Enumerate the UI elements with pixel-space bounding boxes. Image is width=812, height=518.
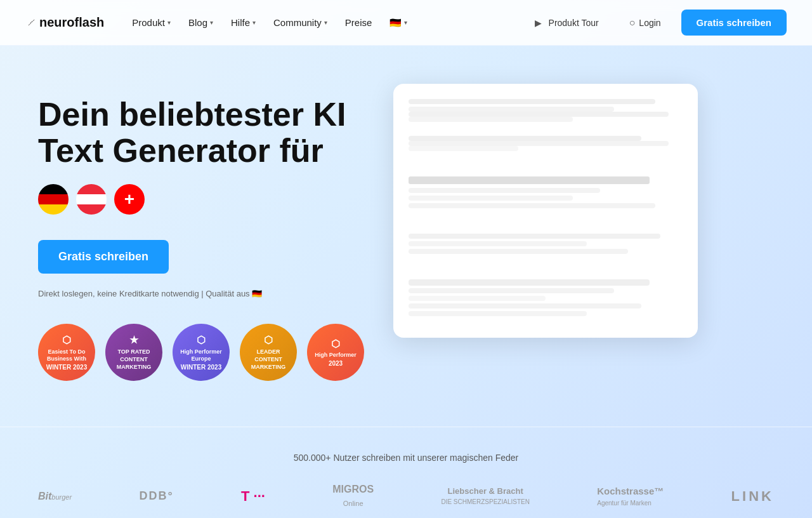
- nav-links: Produkt ▾ Blog ▾ Hilfe ▾ Community ▾ Pre…: [124, 12, 502, 34]
- badge-leader: ⬡ LEADER CONTENT MARKETING: [240, 324, 297, 381]
- hero-left: Dein beliebtester KI Text Generator für …: [38, 84, 368, 381]
- social-proof-section: 500.000+ Nutzer schreiben mit unserer ma…: [0, 427, 812, 518]
- nav-label-community: Community: [273, 17, 322, 28]
- brand-logos-row: Bitburger DDB° T ··· MIGROSOnline Liebsc…: [38, 483, 774, 510]
- brand-bitburger: Bitburger: [38, 491, 72, 502]
- hero-cta-button[interactable]: Gratis schreiben: [38, 240, 169, 274]
- badge-line2: CONTENT MARKETING: [245, 356, 292, 371]
- nav-label-preise: Preise: [345, 17, 372, 28]
- preview-lines: [409, 99, 683, 338]
- brand-migros: MIGROSOnline: [332, 483, 374, 510]
- chevron-down-icon: ▾: [252, 19, 256, 26]
- brand-kochstrasse: Kochstrasse™Agentur für Marken: [597, 486, 664, 507]
- login-button[interactable]: Login: [619, 12, 671, 34]
- hero-title-line2: Text Generator für: [38, 132, 324, 169]
- chevron-down-icon: ▾: [324, 19, 327, 26]
- hero-flags: [38, 184, 368, 215]
- badges-row: ⬡ Easiest To Do Business With WINTER 202…: [38, 324, 368, 381]
- hero-cta-label: Gratis schreiben: [58, 250, 148, 263]
- badge-year: WINTER 2023: [181, 363, 221, 371]
- badge-line1: TOP RATED: [117, 349, 150, 356]
- badge-line1: High Performer: [315, 352, 357, 359]
- play-icon: [534, 18, 544, 28]
- badge-icon: ⬡: [197, 334, 206, 347]
- badge-line2: Europe: [191, 355, 211, 363]
- hero-right: [393, 84, 698, 338]
- social-proof-text: 500.000+ Nutzer schreiben mit unserer ma…: [38, 453, 774, 463]
- nav-label-produkt: Produkt: [132, 17, 165, 28]
- navbar: ⟋ neuroflash Produkt ▾ Blog ▾ Hilfe ▾ Co…: [0, 0, 812, 46]
- badge-top-rated: ★ TOP RATED CONTENT MARKETING: [105, 324, 162, 381]
- hero-section: Dein beliebtester KI Text Generator für …: [0, 46, 812, 427]
- login-label: Login: [639, 18, 660, 28]
- hero-title-line1: Dein beliebtester KI: [38, 96, 346, 133]
- nav-item-hilfe[interactable]: Hilfe ▾: [223, 12, 263, 33]
- badge-high-performer: ⬡ High Performer 2023: [307, 324, 364, 381]
- badge-icon: ⬡: [264, 334, 273, 347]
- nav-item-blog[interactable]: Blog ▾: [181, 12, 221, 33]
- chevron-down-icon: ▾: [404, 19, 407, 26]
- badge-year: 2023: [329, 359, 343, 368]
- nav-cta-button[interactable]: Gratis schreiben: [681, 10, 787, 36]
- logo-slash: ⟋: [25, 16, 37, 29]
- badge-easiest: ⬡ Easiest To Do Business With WINTER 202…: [38, 324, 95, 381]
- badge-year: WINTER 2023: [46, 363, 87, 371]
- badge-line1: LEADER: [256, 349, 280, 356]
- tour-button[interactable]: Produkt Tour: [523, 13, 609, 33]
- logo-text: neuroflash: [39, 15, 104, 30]
- brand-telekom: T ···: [241, 488, 265, 505]
- nav-item-preise[interactable]: Preise: [337, 12, 380, 33]
- badge-line1: High Performer: [180, 349, 222, 356]
- chevron-down-icon: ▾: [167, 19, 171, 26]
- preview-card: [393, 84, 698, 338]
- badge-high-performer-eu: ⬡ High Performer Europe WINTER 2023: [173, 324, 230, 381]
- badge-line2: Business With: [47, 355, 86, 363]
- logo[interactable]: ⟋ neuroflash: [25, 15, 104, 30]
- badge-icon: ★: [129, 334, 138, 347]
- nav-item-produkt[interactable]: Produkt ▾: [124, 12, 178, 33]
- nav-label-blog: Blog: [188, 17, 207, 28]
- flag-icon: 🇩🇪: [390, 17, 402, 29]
- brand-link: LINK: [731, 488, 774, 505]
- user-icon: [629, 17, 636, 29]
- chevron-down-icon: ▾: [210, 19, 213, 26]
- flag-switzerland: [114, 184, 145, 215]
- hero-subtext: Direkt loslegen, keine Kreditkarte notwe…: [38, 289, 368, 298]
- flag-austria: [76, 184, 107, 215]
- badge-line2: CONTENT MARKETING: [110, 356, 157, 371]
- nav-item-lang[interactable]: 🇩🇪 ▾: [382, 12, 415, 34]
- badge-icon: ⬡: [331, 338, 340, 351]
- nav-cta-label: Gratis schreiben: [697, 17, 771, 28]
- nav-label-hilfe: Hilfe: [231, 17, 250, 28]
- badge-icon: ⬡: [62, 334, 71, 347]
- nav-actions: Produkt Tour Login Gratis schreiben: [523, 10, 787, 36]
- brand-liebscher: Liebscher & BrachtDIE SCHMERZSPEZIALISTE…: [441, 486, 529, 506]
- badge-line1: Easiest To Do: [48, 349, 86, 356]
- hero-title: Dein beliebtester KI Text Generator für: [38, 96, 368, 169]
- nav-item-community[interactable]: Community ▾: [266, 12, 335, 33]
- brand-ddb: DDB°: [139, 489, 173, 503]
- flag-germany: [38, 184, 69, 215]
- tour-label: Produkt Tour: [549, 18, 599, 28]
